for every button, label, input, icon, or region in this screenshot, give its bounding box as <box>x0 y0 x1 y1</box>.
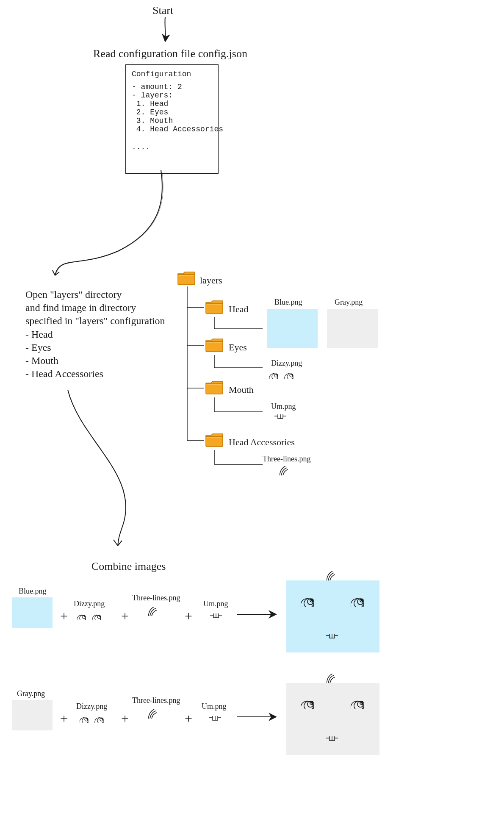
um-mouth-preview <box>274 414 287 419</box>
row2-plus-2: + <box>121 711 129 727</box>
row2-result-hair-icon <box>327 674 339 686</box>
row1-result-eye-left-icon <box>301 592 315 607</box>
row1-result-hair-icon <box>327 571 339 583</box>
row2-mouth-preview <box>209 715 222 721</box>
config-line-amount: - amount: 2 <box>132 83 212 91</box>
three-lines-preview <box>280 466 291 477</box>
file-um-label: Um.png <box>271 402 296 411</box>
config-line-layers: - layers: <box>132 91 212 100</box>
arrow-start-to-step1 <box>161 17 169 43</box>
swatch-gray <box>327 309 378 348</box>
folder-accessories-label: Head Accessories <box>229 436 295 449</box>
row1-plus-3: + <box>185 608 192 624</box>
folder-mouth-icon <box>205 380 224 395</box>
config-layer-2: 2. Eyes <box>132 108 212 117</box>
row1-hair-preview <box>148 607 159 618</box>
row2-hair-preview <box>148 709 159 720</box>
row2-eyes-label: Dizzy.png <box>76 702 107 711</box>
row1-mouth-preview <box>210 613 223 619</box>
row2-mouth-label: Um.png <box>202 702 227 711</box>
folder-head-label: Head <box>229 303 248 316</box>
folder-root-icon <box>177 271 196 286</box>
row2-head-label: Gray.png <box>17 689 45 699</box>
row1-eyes-preview <box>77 611 102 620</box>
file-gray-label: Gray.png <box>335 297 363 307</box>
row2-plus-3: + <box>185 711 192 727</box>
row2-eyes-preview <box>80 713 105 723</box>
config-title: Configuration <box>132 70 212 78</box>
row1-result-mouth-icon <box>326 633 341 640</box>
row2-head-swatch <box>12 700 53 730</box>
row2-result-eye-right-icon <box>351 695 365 709</box>
row1-result-eye-right-icon <box>351 592 365 607</box>
row2-result <box>286 683 379 755</box>
folder-head-icon <box>205 300 224 314</box>
config-box: Configuration - amount: 2 - layers: 1. H… <box>125 64 219 174</box>
row1-arrow <box>237 610 280 619</box>
config-layer-4: 4. Head Accessories <box>132 125 212 133</box>
row1-hair-label: Three-lines.png <box>132 593 180 603</box>
file-threelines-label: Three-lines.png <box>263 454 310 464</box>
row1-head-swatch <box>12 597 53 628</box>
row2-arrow <box>237 713 280 721</box>
step1-heading: Read configuration file config.json <box>93 47 247 61</box>
row1-result <box>286 580 379 652</box>
row2-result-eye-left-icon <box>301 695 315 709</box>
swatch-blue <box>267 309 318 348</box>
step3-heading: Combine images <box>91 559 166 574</box>
row2-result-mouth-icon <box>326 736 341 742</box>
step2-text: Open "layers" directory and find image i… <box>25 288 165 380</box>
folder-accessories-icon <box>205 433 224 447</box>
file-dizzy-label: Dizzy.png <box>271 358 302 368</box>
folder-root-label: layers <box>200 275 222 287</box>
row1-plus-2: + <box>121 608 129 624</box>
row2-hair-label: Three-lines.png <box>132 696 180 705</box>
config-layer-3: 3. Mouth <box>132 117 212 125</box>
row1-plus-1: + <box>60 608 68 624</box>
folder-mouth-label: Mouth <box>229 384 254 396</box>
start-label: Start <box>152 3 173 18</box>
folder-eyes-icon <box>205 338 224 352</box>
dizzy-eyes-preview <box>269 369 295 379</box>
row1-eyes-label: Dizzy.png <box>74 599 105 609</box>
arrow-step1-to-step2 <box>51 170 186 280</box>
row1-mouth-label: Um.png <box>203 599 228 609</box>
config-layer-1: 1. Head <box>132 100 212 108</box>
arrow-step2-to-step3 <box>64 390 165 551</box>
file-blue-label: Blue.png <box>274 297 302 307</box>
config-ellipsis: .... <box>132 143 212 151</box>
folder-eyes-label: Eyes <box>229 341 247 354</box>
row1-head-label: Blue.png <box>19 586 47 596</box>
row2-plus-1: + <box>60 711 68 727</box>
